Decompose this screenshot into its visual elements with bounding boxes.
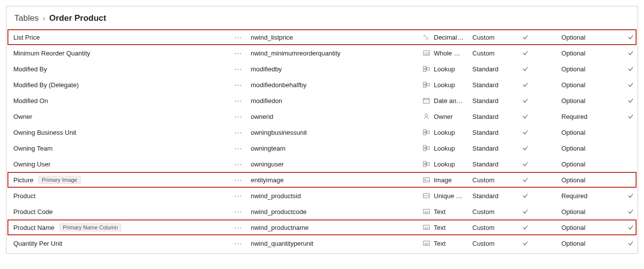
column-required: Optional bbox=[561, 240, 621, 247]
column-display-name[interactable]: Owner bbox=[13, 113, 226, 120]
column-type: Custom bbox=[472, 208, 522, 215]
more-actions-button[interactable]: ··· bbox=[226, 208, 251, 215]
table-row[interactable]: Product···nwind_productsidUnique …Standa… bbox=[6, 188, 638, 204]
customizable-check-icon bbox=[522, 129, 561, 136]
column-schema-name: nwind_productname bbox=[251, 224, 419, 231]
column-type: Standard bbox=[472, 97, 522, 105]
table-row[interactable]: PicturePrimary Image···entityimageImageC… bbox=[6, 172, 638, 188]
column-display-name[interactable]: Minimum Reorder Quantity bbox=[13, 50, 226, 57]
more-actions-button[interactable]: ··· bbox=[226, 176, 251, 183]
owner-icon bbox=[419, 113, 434, 120]
svg-rect-5 bbox=[423, 69, 426, 71]
customizable-check-icon bbox=[522, 240, 561, 247]
more-actions-button[interactable]: ··· bbox=[226, 192, 251, 199]
column-type: Custom bbox=[472, 224, 522, 231]
more-actions-button[interactable]: ··· bbox=[226, 34, 251, 41]
column-required: Optional bbox=[561, 129, 621, 136]
more-actions-button[interactable]: ··· bbox=[226, 97, 251, 104]
column-datatype: Decimal… bbox=[434, 34, 472, 41]
more-actions-button[interactable]: ··· bbox=[226, 81, 251, 88]
column-display-name[interactable]: Quantity Per Unit bbox=[13, 240, 226, 247]
svg-text:Abc: Abc bbox=[424, 211, 429, 214]
svg-rect-16 bbox=[423, 149, 426, 151]
customizable-check-icon bbox=[522, 65, 561, 72]
svg-text:Abc: Abc bbox=[424, 242, 429, 245]
table-row[interactable]: List Price···nwind_listpricexyDecimal…Cu… bbox=[6, 29, 638, 45]
column-display-name[interactable]: Product bbox=[13, 192, 226, 200]
column-display-name[interactable]: Owning User bbox=[13, 161, 226, 168]
table-row[interactable]: Owner···owneridOwnerStandardRequired bbox=[6, 108, 638, 124]
column-display-name[interactable]: Modified By bbox=[13, 65, 226, 73]
customizable-check-icon bbox=[522, 176, 561, 183]
more-actions-button[interactable]: ··· bbox=[226, 145, 251, 152]
column-display-name[interactable]: Product Code bbox=[13, 208, 226, 215]
column-type: Standard bbox=[472, 192, 522, 200]
searchable-check-icon bbox=[621, 113, 641, 120]
customizable-check-icon bbox=[522, 34, 561, 41]
lookup-icon bbox=[419, 81, 434, 88]
unique-icon bbox=[419, 192, 434, 199]
column-datatype: Text bbox=[434, 224, 472, 231]
breadcrumb-root[interactable]: Tables bbox=[14, 13, 39, 23]
column-type: Standard bbox=[472, 65, 522, 73]
more-actions-button[interactable]: ··· bbox=[226, 224, 251, 231]
column-schema-name: modifiedonbehalfby bbox=[251, 81, 419, 89]
svg-point-11 bbox=[425, 114, 427, 116]
column-datatype: Image bbox=[434, 176, 472, 184]
column-required: Optional bbox=[561, 176, 621, 184]
column-datatype: Lookup bbox=[434, 129, 472, 136]
lookup-icon bbox=[419, 65, 434, 72]
column-tag: Primary Image bbox=[38, 176, 81, 184]
customizable-check-icon bbox=[522, 50, 561, 56]
column-display-name[interactable]: Modified On bbox=[13, 97, 226, 105]
column-type: Custom bbox=[472, 176, 522, 184]
svg-text:123: 123 bbox=[424, 52, 430, 55]
column-required: Required bbox=[561, 113, 621, 120]
svg-rect-10 bbox=[423, 99, 429, 104]
svg-rect-18 bbox=[423, 161, 426, 163]
xy-icon: xy bbox=[419, 34, 434, 41]
table-row[interactable]: Quantity Per Unit···nwind_quantityperuni… bbox=[6, 235, 638, 251]
more-actions-button[interactable]: ··· bbox=[226, 129, 251, 136]
column-schema-name: nwind_productsid bbox=[251, 192, 419, 200]
svg-rect-17 bbox=[427, 147, 429, 149]
column-display-name[interactable]: Owning Team bbox=[13, 145, 226, 152]
more-actions-button[interactable]: ··· bbox=[226, 161, 251, 167]
more-actions-button[interactable]: ··· bbox=[226, 50, 251, 56]
column-schema-name: entityimage bbox=[251, 176, 419, 184]
column-required: Optional bbox=[561, 224, 621, 231]
column-display-name[interactable]: List Price bbox=[13, 34, 226, 41]
column-type: Custom bbox=[472, 50, 522, 57]
table-row[interactable]: Owning User···owninguserLookupStandardOp… bbox=[6, 156, 638, 172]
more-actions-button[interactable]: ··· bbox=[226, 65, 251, 72]
column-schema-name: nwind_listprice bbox=[251, 34, 419, 41]
column-schema-name: ownerid bbox=[251, 113, 419, 120]
searchable-check-icon bbox=[621, 240, 641, 247]
table-row[interactable]: Modified On···modifiedonDate an…Standard… bbox=[6, 93, 638, 108]
table-row[interactable]: Product NamePrimary Name Column···nwind_… bbox=[6, 219, 638, 235]
searchable-check-icon bbox=[621, 50, 641, 56]
column-datatype: Text bbox=[434, 208, 472, 215]
column-required: Optional bbox=[561, 34, 621, 41]
column-display-name[interactable]: PicturePrimary Image bbox=[13, 176, 226, 184]
more-actions-button[interactable]: ··· bbox=[226, 240, 251, 247]
column-tag: Primary Name Column bbox=[59, 223, 121, 231]
column-display-name[interactable]: Product NamePrimary Name Column bbox=[13, 223, 226, 231]
searchable-check-icon bbox=[621, 224, 641, 231]
column-display-name[interactable]: Owning Business Unit bbox=[13, 129, 226, 136]
column-display-name[interactable]: Modified By (Delegate) bbox=[13, 81, 226, 89]
table-row[interactable]: Modified By (Delegate)···modifiedonbehal… bbox=[6, 77, 638, 93]
column-required: Optional bbox=[561, 97, 621, 105]
table-row[interactable]: Product Code···nwind_productcodeAbcTextC… bbox=[6, 204, 638, 219]
chevron-right-icon: › bbox=[43, 14, 45, 23]
svg-rect-7 bbox=[423, 82, 426, 84]
lookup-icon bbox=[419, 145, 434, 152]
table-row[interactable]: Modified By···modifiedbyLookupStandardOp… bbox=[6, 61, 638, 77]
table-row[interactable]: Owning Team···owningteamLookupStandardOp… bbox=[6, 140, 638, 156]
table-row[interactable]: Minimum Reorder Quantity···nwind_minimum… bbox=[6, 45, 638, 61]
column-schema-name: modifiedon bbox=[251, 97, 419, 105]
table-row[interactable]: Owning Business Unit···owningbusinessuni… bbox=[6, 124, 638, 140]
customizable-check-icon bbox=[522, 208, 561, 215]
more-actions-button[interactable]: ··· bbox=[226, 113, 251, 120]
image-icon bbox=[419, 176, 434, 183]
